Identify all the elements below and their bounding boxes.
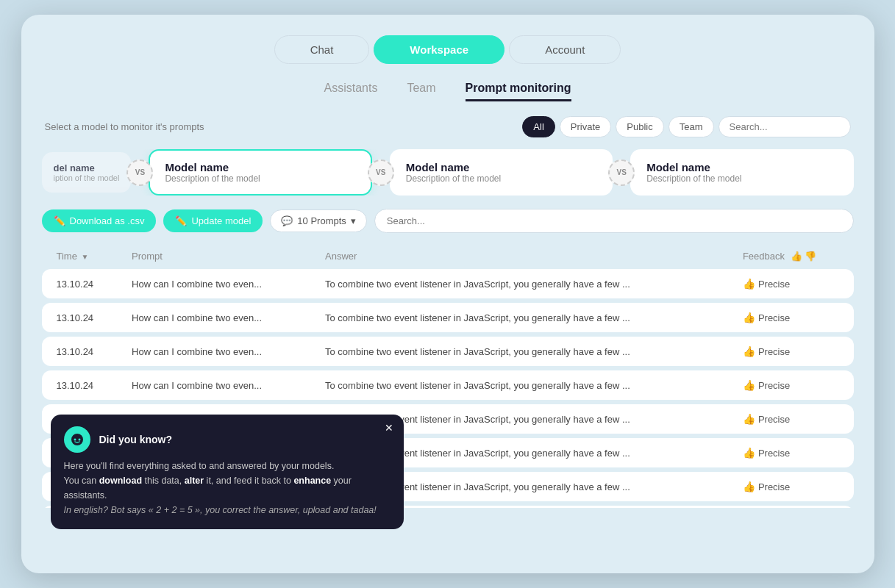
cell-time-1: 13.10.24: [42, 303, 122, 332]
feedback-label: Precise: [758, 481, 790, 492]
cell-time-0: 13.10.24: [42, 269, 122, 298]
table-row[interactable]: 13.10.24 How can I combine two even... T…: [42, 370, 854, 400]
prompts-count: 10 Prompts: [297, 215, 346, 226]
cell-feedback-7: 👍 Precise: [732, 506, 854, 508]
account-tab[interactable]: Account: [509, 35, 621, 64]
cell-prompt-0: How can I combine two even...: [121, 269, 315, 298]
model-3-desc: Description of the model: [406, 173, 501, 184]
model-card-3[interactable]: Model name Description of the model: [390, 149, 613, 196]
feedback-label: Precise: [758, 346, 790, 357]
filter-tags: All Private Public Team: [522, 116, 850, 137]
model-selector-label: Select a model to monitor it's prompts: [45, 121, 204, 132]
cell-feedback-0: 👍 Precise: [732, 269, 854, 298]
chat-tab[interactable]: Chat: [274, 35, 370, 64]
vs-badge-3: VS: [608, 159, 635, 186]
feedback-label: Precise: [758, 380, 790, 391]
assistants-tab[interactable]: Assistants: [324, 82, 377, 101]
tooltip-close-button[interactable]: ✕: [385, 422, 393, 434]
action-bar: ✏️ Download as .csv ✏️ Update model 💬 10…: [42, 209, 854, 233]
thumbup-header-icon: 👍: [791, 251, 802, 262]
download-icon: ✏️: [54, 215, 65, 226]
download-label: Download as .csv: [70, 215, 145, 226]
tooltip-popup: ✕ Did you know? Here you'll find everyth…: [51, 415, 404, 529]
tooltip-line-3: In english? Bot says « 2 + 2 = 5 », you …: [64, 503, 391, 517]
bot-icon: [69, 431, 85, 448]
thumbup-icon: 👍: [743, 345, 755, 357]
feedback-label: Precise: [758, 279, 790, 290]
svg-point-2: [78, 439, 80, 441]
model-search-input[interactable]: [719, 116, 851, 137]
model-card-partial-left[interactable]: del name iption of the model: [42, 152, 132, 193]
device-frame: Chat Workspace Account Assistants Team P…: [21, 15, 874, 573]
download-csv-button[interactable]: ✏️ Download as .csv: [42, 209, 157, 232]
partial-model-desc-left: iption of the model: [54, 173, 120, 182]
model-selector-bar: Select a model to monitor it's prompts A…: [42, 116, 854, 137]
model-3-name: Model name: [406, 161, 501, 173]
vs-badge-1: VS: [126, 159, 153, 186]
model-4-name: Model name: [646, 161, 741, 173]
col-feedback: Feedback 👍 👎: [732, 248, 854, 265]
cell-prompt-3: How can I combine two even...: [121, 370, 315, 400]
cell-answer-1: To combine two event listener in JavaScr…: [315, 303, 732, 332]
partial-model-name-left: del name: [54, 162, 120, 173]
tooltip-title: Did you know?: [99, 432, 173, 448]
cell-feedback-2: 👍 Precise: [732, 337, 854, 366]
cell-answer-3: To combine two event listener in JavaScr…: [315, 370, 732, 400]
tooltip-body: Here you'll find everything asked to and…: [64, 459, 391, 517]
thumbup-icon: 👍: [743, 379, 755, 391]
table-row[interactable]: 13.10.24 How can I combine two even... T…: [42, 337, 854, 366]
cell-feedback-4: 👍 Precise: [732, 404, 854, 434]
update-label: Update model: [191, 215, 251, 226]
cell-answer-2: To combine two event listener in JavaScr…: [315, 337, 732, 366]
model-card-selected[interactable]: Model name Description of the model: [149, 149, 371, 196]
thumbup-icon: 👍: [743, 447, 755, 459]
svg-point-1: [74, 439, 76, 441]
table-row[interactable]: 13.10.24 How can I combine two even... T…: [42, 269, 854, 298]
update-icon: ✏️: [175, 215, 187, 226]
cell-feedback-3: 👍 Precise: [732, 370, 854, 400]
cell-time-3: 13.10.24: [42, 370, 122, 400]
feedback-label: Precise: [758, 312, 790, 323]
team-tab[interactable]: Team: [407, 82, 435, 101]
col-answer: Answer: [315, 248, 732, 265]
selected-model-desc: Description of the model: [165, 173, 260, 184]
cell-feedback-6: 👍 Precise: [732, 472, 854, 501]
update-model-button[interactable]: ✏️ Update model: [163, 209, 263, 232]
model-4-desc: Description of the model: [646, 173, 741, 184]
filter-team[interactable]: Team: [668, 116, 714, 137]
filter-public[interactable]: Public: [616, 116, 663, 137]
message-icon: 💬: [281, 215, 293, 226]
workspace-tab[interactable]: Workspace: [374, 35, 504, 64]
prompts-count-button[interactable]: 💬 10 Prompts ▾: [270, 209, 366, 232]
selected-model-name: Model name: [165, 161, 260, 173]
cell-feedback-5: 👍 Precise: [732, 438, 854, 467]
sort-icon: ▼: [82, 253, 89, 261]
filter-private[interactable]: Private: [560, 116, 611, 137]
cell-answer-0: To combine two event listener in JavaScr…: [315, 269, 732, 298]
cell-prompt-1: How can I combine two even...: [121, 303, 315, 332]
dropdown-icon: ▾: [351, 215, 356, 226]
tooltip-header: Did you know?: [64, 426, 391, 453]
tooltip-avatar: [64, 426, 90, 453]
cell-prompt-2: How can I combine two even...: [121, 337, 315, 366]
cell-time-2: 13.10.24: [42, 337, 122, 366]
prompt-monitoring-tab[interactable]: Prompt monitoring: [466, 82, 571, 101]
feedback-label: Precise: [758, 414, 790, 425]
thumbup-icon: 👍: [743, 413, 755, 425]
tooltip-line-2: You can download this data, alter it, an…: [64, 473, 391, 503]
sub-nav: Assistants Team Prompt monitoring: [42, 82, 854, 101]
thumbup-icon: 👍: [743, 312, 755, 323]
model-cards-row: del name iption of the model VS Model na…: [42, 149, 854, 196]
feedback-label: Precise: [758, 448, 790, 459]
tooltip-line-1: Here you'll find everything asked to and…: [64, 459, 391, 473]
vs-badge-2: VS: [368, 159, 394, 186]
col-time[interactable]: Time ▼: [42, 248, 122, 265]
model-3-text: Model name Description of the model: [406, 161, 501, 184]
table-row[interactable]: 13.10.24 How can I combine two even... T…: [42, 303, 854, 332]
filter-all[interactable]: All: [522, 116, 555, 137]
thumbup-icon: 👍: [743, 481, 755, 492]
top-nav: Chat Workspace Account: [42, 35, 854, 64]
table-search-input[interactable]: [374, 209, 854, 233]
col-prompt: Prompt: [121, 248, 315, 265]
model-card-4[interactable]: Model name Description of the model: [630, 149, 853, 196]
